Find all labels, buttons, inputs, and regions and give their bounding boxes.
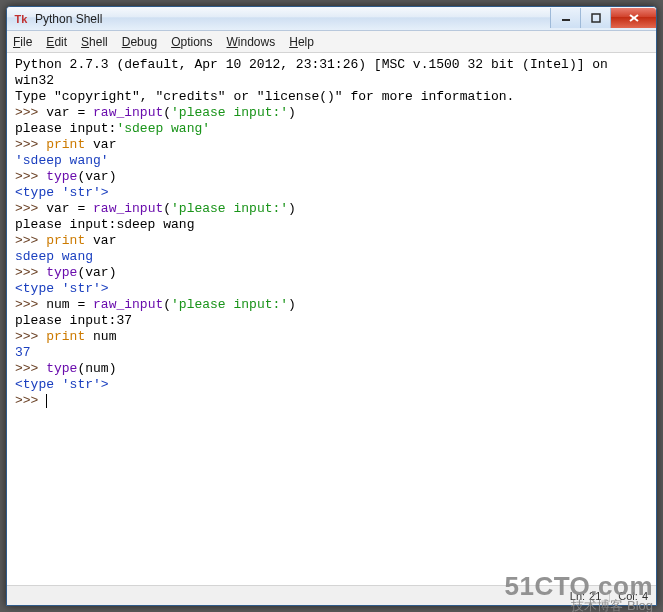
code-span: )	[288, 297, 296, 312]
code-span: 'please input:'	[171, 297, 288, 312]
console-line: 'sdeep wang'	[15, 153, 648, 169]
code-span: (	[163, 105, 171, 120]
console-line: <type 'str'>	[15, 185, 648, 201]
code-span: num	[85, 329, 116, 344]
menu-help[interactable]: Help	[289, 35, 314, 49]
lineno-label: Ln:	[570, 590, 585, 602]
code-span: >>>	[15, 329, 46, 344]
code-span: >>>	[15, 201, 46, 216]
console-line: 37	[15, 345, 648, 361]
console-line: >>> num = raw_input('please input:')	[15, 297, 648, 313]
window-title: Python Shell	[35, 12, 550, 26]
code-span: raw_input	[93, 105, 163, 120]
minimize-icon	[561, 13, 571, 23]
code-span: >>>	[15, 265, 46, 280]
code-span: print	[46, 329, 85, 344]
code-span: )	[288, 201, 296, 216]
code-span: <type 'str'>	[15, 185, 109, 200]
code-span: print	[46, 233, 85, 248]
menu-edit[interactable]: Edit	[46, 35, 67, 49]
code-span: type	[46, 361, 77, 376]
code-span: (	[163, 201, 171, 216]
text-cursor	[46, 394, 47, 408]
code-span: >>>	[15, 233, 46, 248]
console-line: >>> print var	[15, 233, 648, 249]
code-span: 37	[15, 345, 31, 360]
titlebar[interactable]: Tk Python Shell	[7, 7, 656, 31]
close-button[interactable]	[610, 8, 656, 28]
console-line: sdeep wang	[15, 249, 648, 265]
minimize-button[interactable]	[550, 8, 580, 28]
code-span: raw_input	[93, 297, 163, 312]
console-area[interactable]: Python 2.7.3 (default, Apr 10 2012, 23:3…	[7, 53, 656, 585]
menu-windows[interactable]: Windows	[227, 35, 276, 49]
console-line: >>> type(var)	[15, 265, 648, 281]
code-span: 'please input:'	[171, 201, 288, 216]
code-span: <type 'str'>	[15, 281, 109, 296]
window-buttons	[550, 8, 656, 28]
lineno-value: 21	[589, 590, 601, 602]
code-span: >>>	[15, 105, 46, 120]
console-line: please input:sdeep wang	[15, 217, 648, 233]
code-span: var =	[46, 201, 93, 216]
svg-rect-1	[592, 14, 600, 22]
menubar: FileEditShellDebugOptionsWindowsHelp	[7, 31, 656, 53]
menu-debug[interactable]: Debug	[122, 35, 157, 49]
code-span: win32	[15, 73, 54, 88]
colno-label: Col:	[618, 590, 638, 602]
code-span: please input:	[15, 121, 116, 136]
statusbar-separator	[609, 590, 610, 602]
console-line: >>> var = raw_input('please input:')	[15, 105, 648, 121]
code-span: var =	[46, 105, 93, 120]
code-span: please input:37	[15, 313, 132, 328]
menu-file[interactable]: File	[13, 35, 32, 49]
maximize-icon	[591, 13, 601, 23]
code-span: >>>	[15, 137, 46, 152]
code-span: print	[46, 137, 85, 152]
code-span: >>>	[15, 297, 46, 312]
code-span: 'sdeep wang'	[15, 153, 109, 168]
code-span: >>>	[15, 169, 46, 184]
console-line: >>> print var	[15, 137, 648, 153]
console-line: >>> var = raw_input('please input:')	[15, 201, 648, 217]
console-line: Type "copyright", "credits" or "license(…	[15, 89, 648, 105]
console-line: <type 'str'>	[15, 377, 648, 393]
colno-value: 4	[642, 590, 648, 602]
code-span: var	[85, 137, 116, 152]
code-span: >>>	[15, 393, 46, 408]
code-span: <type 'str'>	[15, 377, 109, 392]
app-icon: Tk	[13, 11, 29, 27]
close-icon	[628, 13, 640, 23]
code-span: var	[85, 233, 116, 248]
code-span: please input:sdeep wang	[15, 217, 194, 232]
code-span: (var)	[77, 265, 116, 280]
console-line: please input:'sdeep wang'	[15, 121, 648, 137]
code-span: type	[46, 265, 77, 280]
code-span: >>>	[15, 361, 46, 376]
code-span: )	[288, 105, 296, 120]
code-span: 'sdeep wang'	[116, 121, 210, 136]
console-line: Python 2.7.3 (default, Apr 10 2012, 23:3…	[15, 57, 648, 73]
console-line: win32	[15, 73, 648, 89]
code-span: Type "copyright", "credits" or "license(…	[15, 89, 514, 104]
console-line: please input:37	[15, 313, 648, 329]
code-span: (var)	[77, 169, 116, 184]
code-span: sdeep wang	[15, 249, 93, 264]
menu-options[interactable]: Options	[171, 35, 212, 49]
python-shell-window: Tk Python Shell FileEditShellDebugOption…	[6, 6, 657, 606]
code-span: type	[46, 169, 77, 184]
console-line: >>>	[15, 393, 648, 409]
console-line: >>> type(num)	[15, 361, 648, 377]
code-span: (	[163, 297, 171, 312]
maximize-button[interactable]	[580, 8, 610, 28]
statusbar: Ln: 21 Col: 4	[7, 585, 656, 605]
code-span: Python 2.7.3 (default, Apr 10 2012, 23:3…	[15, 57, 608, 72]
console-line: >>> print num	[15, 329, 648, 345]
code-span: (num)	[77, 361, 116, 376]
code-span: 'please input:'	[171, 105, 288, 120]
menu-shell[interactable]: Shell	[81, 35, 108, 49]
console-line: >>> type(var)	[15, 169, 648, 185]
code-span: num =	[46, 297, 93, 312]
console-line: <type 'str'>	[15, 281, 648, 297]
code-span: raw_input	[93, 201, 163, 216]
